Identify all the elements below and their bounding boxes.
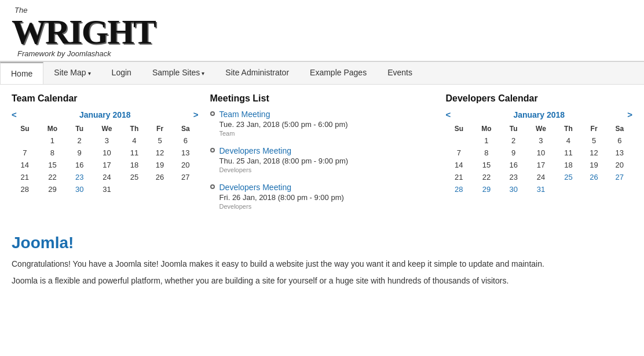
cal-day-cell: 16	[67, 159, 92, 171]
cal-day-cell: 25	[122, 171, 147, 183]
cal-day-cell: 29	[38, 183, 67, 195]
nav-item-example-pages[interactable]: Example Pages	[299, 62, 377, 84]
cal-day-header: Su	[12, 123, 38, 135]
cal-day-cell	[173, 183, 198, 195]
cal-day-cell: 27	[173, 171, 198, 183]
cal-day-cell[interactable]: 30	[67, 183, 92, 195]
cal-day-cell	[446, 135, 473, 147]
cal-day-cell[interactable]: 26	[581, 171, 607, 183]
team-calendar: Team Calendar < January 2018 > SuMoTuWeT…	[12, 93, 199, 219]
cal-day-cell: 21	[12, 171, 38, 183]
cal-day-cell: 24	[526, 171, 555, 183]
cal-day-cell[interactable]: 23	[67, 171, 92, 183]
dev-cal-table: SuMoTuWeThFrSa 1234567891011121314151617…	[446, 123, 633, 195]
cal-day-cell: 6	[607, 135, 632, 147]
dev-cal-prev[interactable]: <	[446, 110, 451, 119]
cal-day-cell[interactable]: 25	[555, 171, 581, 183]
meeting-item: Developers MeetingFri. 26 Jan, 2018 (8:0…	[210, 183, 434, 210]
cal-day-cell: 10	[526, 147, 555, 159]
cal-day-cell	[555, 183, 581, 195]
cal-day-cell[interactable]: 28	[446, 183, 473, 195]
cal-day-cell	[147, 183, 173, 195]
meetings-title: Meetings List	[210, 93, 434, 104]
dev-calendar-title: Developers Calendar	[446, 93, 633, 104]
cal-day-header: Sa	[173, 123, 198, 135]
cal-day-cell: 17	[526, 159, 555, 171]
cal-day-header: Tu	[67, 123, 92, 135]
cal-day-cell[interactable]: 29	[472, 183, 501, 195]
nav-item-home[interactable]: Home	[0, 62, 43, 84]
cal-day-cell: 13	[173, 147, 198, 159]
cal-day-cell: 4	[555, 135, 581, 147]
cal-day-cell: 7	[12, 147, 38, 159]
meeting-content: Developers MeetingThu. 25 Jan, 2018 (8:0…	[219, 146, 349, 173]
logo-area: The WRIGHT Framework by Joomlashack	[0, 0, 644, 61]
cal-day-cell: 10	[92, 147, 121, 159]
cal-day-header: Mo	[472, 123, 501, 135]
team-cal-table: SuMoTuWeThFrSa 1234567891011121314151617…	[12, 123, 199, 195]
cal-day-cell: 13	[607, 147, 632, 159]
meeting-tag: Developers	[219, 203, 344, 210]
cal-day-cell: 12	[147, 147, 173, 159]
cal-day-cell: 22	[38, 171, 67, 183]
cal-day-cell: 4	[122, 135, 147, 147]
nav-item-events[interactable]: Events	[377, 62, 423, 84]
nav-item-site-administrator[interactable]: Site Administrator	[215, 62, 299, 84]
meeting-title[interactable]: Developers Meeting	[219, 183, 344, 192]
cal-day-cell: 31	[92, 183, 121, 195]
bullet-icon	[210, 111, 215, 116]
team-cal-next[interactable]: >	[193, 110, 199, 119]
cal-day-cell: 3	[526, 135, 555, 147]
cal-day-cell: 8	[472, 147, 501, 159]
joomla-para2: Joomla is a flexible and powerful platfo…	[12, 275, 632, 287]
cal-day-cell	[581, 183, 607, 195]
meetings-section: Meetings List Team MeetingTue. 23 Jan, 2…	[210, 93, 434, 219]
cal-day-cell: 19	[147, 159, 173, 171]
cal-day-cell: 18	[555, 159, 581, 171]
cal-day-header: Mo	[38, 123, 67, 135]
cal-day-header: Th	[555, 123, 581, 135]
cal-day-cell: 24	[92, 171, 121, 183]
cal-day-cell[interactable]: 30	[501, 183, 526, 195]
three-cols: Team Calendar < January 2018 > SuMoTuWeT…	[12, 93, 632, 219]
cal-day-cell: 1	[38, 135, 67, 147]
meeting-title[interactable]: Team Meeting	[219, 110, 348, 119]
team-cal-prev[interactable]: <	[12, 110, 17, 119]
dev-cal-next[interactable]: >	[627, 110, 632, 119]
cal-day-header: Th	[122, 123, 147, 135]
meeting-content: Developers MeetingFri. 26 Jan, 2018 (8:0…	[219, 183, 344, 210]
cal-day-cell: 2	[501, 135, 526, 147]
nav-item-site-map[interactable]: Site Map▾	[43, 62, 101, 84]
cal-day-cell: 28	[12, 183, 38, 195]
cal-day-cell: 14	[446, 159, 473, 171]
cal-day-cell: 3	[92, 135, 121, 147]
cal-day-cell: 26	[147, 171, 173, 183]
main-content: Team Calendar < January 2018 > SuMoTuWeT…	[0, 85, 644, 300]
cal-day-cell: 11	[122, 147, 147, 159]
cal-day-cell: 12	[581, 147, 607, 159]
cal-day-cell: 18	[122, 159, 147, 171]
meeting-content: Team MeetingTue. 23 Jan, 2018 (5:00 pm -…	[219, 110, 348, 137]
meeting-date: Tue. 23 Jan, 2018 (5:00 pm - 6:00 pm)	[219, 120, 348, 129]
cal-day-cell: 15	[472, 159, 501, 171]
cal-day-cell: 5	[581, 135, 607, 147]
meeting-title[interactable]: Developers Meeting	[219, 146, 349, 155]
cal-day-cell[interactable]: 31	[526, 183, 555, 195]
meeting-item: Team MeetingTue. 23 Jan, 2018 (5:00 pm -…	[210, 110, 434, 137]
cal-day-header: We	[92, 123, 121, 135]
joomla-para1: Congratulations! You have a Joomla site!…	[12, 258, 632, 270]
nav-item-sample-sites[interactable]: Sample Sites▾	[142, 62, 215, 84]
cal-day-cell: 15	[38, 159, 67, 171]
main-nav: HomeSite Map▾LoginSample Sites▾Site Admi…	[0, 61, 644, 85]
meeting-tag: Developers	[219, 166, 349, 173]
cal-day-header: Fr	[581, 123, 607, 135]
cal-day-cell: 7	[446, 147, 473, 159]
meeting-tag: Team	[219, 130, 348, 137]
cal-day-cell: 20	[173, 159, 198, 171]
nav-item-login[interactable]: Login	[101, 62, 142, 84]
cal-day-cell[interactable]: 27	[607, 171, 632, 183]
cal-day-header: Tu	[501, 123, 526, 135]
dev-cal-month: January 2018	[513, 110, 565, 119]
bullet-icon	[210, 148, 215, 152]
cal-day-cell: 11	[555, 147, 581, 159]
